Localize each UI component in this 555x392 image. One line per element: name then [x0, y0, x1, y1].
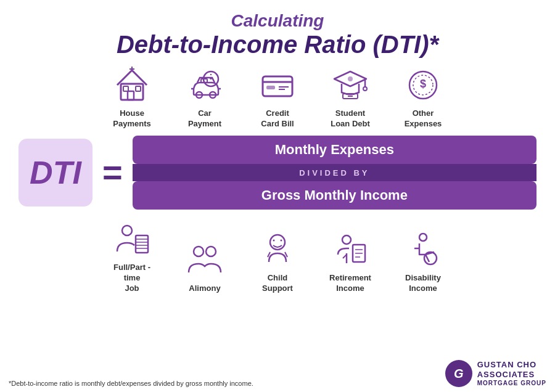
icon-alimony: Alimony: [177, 240, 232, 294]
equals-sign: =: [102, 152, 123, 192]
job-icon: [112, 219, 152, 259]
svg-point-28: [122, 226, 132, 235]
child-icon: [258, 230, 297, 269]
denominator-box: Gross Monthly Income: [133, 181, 536, 210]
divider-text: DIVIDED BY: [299, 168, 369, 178]
svg-point-38: [281, 239, 282, 241]
credit-label: CreditCard Bill: [261, 108, 294, 129]
numerator-text: Monthly Expenses: [275, 142, 394, 157]
dti-box: DTI: [18, 139, 92, 206]
svg-point-34: [194, 247, 204, 256]
icon-student: StudentLoan Debt: [323, 65, 378, 129]
svg-rect-16: [266, 86, 275, 89]
title-section: Calculating Debt-to-Income Ratio (DTI)*: [117, 11, 438, 58]
icon-house: HousePayments: [104, 65, 160, 129]
svg-rect-29: [136, 235, 148, 253]
logo-circle: G: [445, 360, 472, 387]
fraction-section: Monthly Expenses DIVIDED BY Gross Monthl…: [133, 136, 536, 210]
student-icon: [331, 65, 370, 105]
main-container: Calculating Debt-to-Income Ratio (DTI)* …: [0, 0, 555, 392]
svg-point-48: [419, 234, 427, 241]
svg-point-22: [363, 87, 367, 91]
title-top: Calculating: [117, 11, 438, 31]
retirement-label: RetirementIncome: [329, 273, 371, 294]
car-label: CarPayment: [188, 108, 221, 129]
job-label: Full/Part - timeJob: [104, 263, 160, 294]
icon-credit: CreditCard Bill: [250, 65, 305, 129]
logo-letter: G: [454, 367, 464, 381]
logo-name2: ASSOCIATES: [477, 370, 546, 380]
svg-text:$: $: [420, 78, 426, 90]
icon-child: ChildSupport: [250, 230, 305, 294]
alimony-icon: [185, 240, 224, 280]
divider-bar: DIVIDED BY: [133, 164, 536, 181]
credit-card-icon: [258, 65, 297, 105]
logo-name: GUSTAN CHO: [477, 360, 546, 370]
icon-other: $ OtherExpenses: [395, 65, 451, 129]
svg-rect-2: [123, 86, 128, 91]
footnote: *Debt-to-income ratio is monthly debt/ex…: [9, 380, 253, 387]
formula-section: DTI = Monthly Expenses DIVIDED BY Gross …: [18, 136, 536, 210]
dti-label: DTI: [30, 154, 81, 191]
denominator-text: Gross Monthly Income: [261, 187, 408, 203]
house-icon: [112, 65, 152, 105]
other-label: OtherExpenses: [405, 108, 442, 129]
svg-point-41: [342, 235, 351, 244]
disability-label: DisabilityIncome: [405, 273, 441, 294]
icon-retirement: RetirementIncome: [323, 230, 378, 294]
logo-text: GUSTAN CHO ASSOCIATES MORTGAGE GROUP: [477, 360, 546, 386]
house-label: HousePayments: [113, 108, 150, 129]
svg-point-35: [206, 247, 216, 256]
logo: G GUSTAN CHO ASSOCIATES MORTGAGE GROUP: [445, 360, 546, 387]
svg-point-37: [273, 239, 275, 241]
title-main: Debt-to-Income Ratio (DTI)*: [117, 31, 438, 58]
student-label: StudentLoan Debt: [331, 108, 370, 129]
svg-point-20: [348, 76, 353, 81]
alimony-label: Alimony: [189, 284, 220, 294]
icon-disability: DisabilityIncome: [395, 230, 451, 294]
logo-sub: MORTGAGE GROUP: [477, 380, 546, 387]
other-icon: $: [403, 65, 443, 105]
child-label: ChildSupport: [262, 273, 293, 294]
icon-car: CarPayment: [177, 65, 232, 129]
svg-rect-3: [136, 86, 141, 91]
expense-icons-row: HousePayments CarPayment: [104, 65, 451, 129]
disability-icon: [403, 230, 443, 269]
retirement-icon: [331, 230, 370, 269]
numerator-box: Monthly Expenses: [133, 136, 536, 164]
income-icons-row: Full/Part - timeJob Alimony ChildSuppo: [104, 219, 451, 294]
icon-job: Full/Part - timeJob: [104, 219, 160, 294]
car-icon: [185, 65, 224, 105]
svg-rect-1: [128, 91, 134, 100]
